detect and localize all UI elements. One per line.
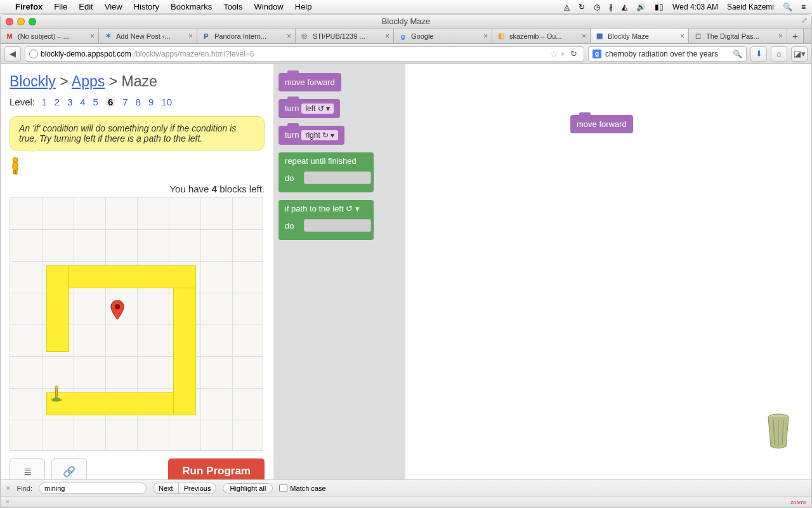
find-prev-button[interactable]: Previous (179, 483, 217, 494)
svg-rect-3 (16, 170, 18, 174)
run-program-button[interactable]: Run Program (168, 458, 265, 479)
pegman-start-icon (51, 385, 62, 404)
level-9[interactable]: 9 (148, 97, 154, 107)
menubar-app[interactable]: Firefox (15, 2, 43, 11)
battery-icon[interactable]: ▮▯ (655, 3, 664, 11)
menubar-help[interactable]: Help (295, 2, 312, 11)
hint-bubble: An 'if' condition will do something only… (10, 116, 265, 150)
statusbar-close-icon[interactable]: × (6, 498, 10, 505)
ifpath-dropdown[interactable]: to the left ↺ ▾ (310, 204, 360, 213)
volume-icon[interactable]: 🔊 (636, 3, 646, 11)
tab-close-icon[interactable]: × (680, 32, 684, 41)
bookmark-star-icon[interactable]: ☆ (550, 49, 558, 59)
clock-icon[interactable]: ◷ (594, 3, 600, 11)
level-6[interactable]: 6 (106, 97, 115, 107)
tab-0[interactable]: M(No subject) – ...× (1, 29, 99, 43)
find-input[interactable] (39, 483, 147, 494)
search-icon[interactable]: 🔍 (733, 50, 742, 58)
tab-6[interactable]: ▦Blockly Maze× (591, 29, 689, 43)
gdrive-icon[interactable]: ◬ (564, 3, 570, 11)
trash-icon[interactable] (763, 413, 794, 449)
tab-close-icon[interactable]: × (385, 32, 390, 41)
menubar-edit[interactable]: Edit (79, 2, 93, 11)
level-4[interactable]: 4 (80, 97, 85, 107)
window-titlebar: Blockly Maze ⤢ (1, 15, 811, 29)
tab-close-icon[interactable]: × (90, 32, 95, 41)
downloads-button[interactable]: ⬇ (750, 46, 767, 62)
find-nav-buttons: NextPrevious (153, 483, 216, 494)
url-field[interactable]: blockly-demo.appspot.com/blockly/apps/ma… (25, 46, 584, 62)
menubar-bookmarks[interactable]: Bookmarks (171, 2, 212, 11)
tab-5[interactable]: ◧skazemib – Ou...× (492, 29, 591, 43)
new-tab-button[interactable]: + (787, 29, 804, 43)
back-button[interactable]: ◀ (4, 46, 21, 62)
zotero-label[interactable]: zotero (790, 498, 806, 505)
spotlight-icon[interactable]: 🔍 (783, 3, 792, 11)
tab-close-icon[interactable]: × (188, 32, 193, 41)
tab-label: The Digital Pas... (706, 32, 775, 40)
url-toolbar: ◀ blockly-demo.appspot.com/blockly/apps/… (1, 44, 811, 64)
tab-4[interactable]: gGoogle× (394, 29, 492, 43)
expand-icon[interactable]: ⤢ (801, 16, 808, 25)
bluetooth-icon[interactable]: ∦ (609, 3, 613, 11)
tab-3[interactable]: ◎STI/PUB/1239 ...× (296, 29, 394, 43)
findbar-close-icon[interactable]: × (6, 483, 11, 493)
breadcrumb-blockly[interactable]: Blockly (10, 73, 56, 90)
menubar-file[interactable]: File (54, 2, 67, 11)
tab-close-icon[interactable]: × (582, 32, 586, 41)
favicon-icon: ▦ (594, 31, 605, 41)
menubar-history[interactable]: History (134, 2, 159, 11)
block-turn-left[interactable]: turnleft ↺ ▾ (278, 99, 340, 118)
block-repeat-until[interactable]: repeat until finished do (278, 152, 374, 192)
level-10[interactable]: 10 (161, 97, 172, 107)
menubar-view[interactable]: View (105, 2, 122, 11)
tab-7[interactable]: ◻The Digital Pas...× (689, 29, 787, 43)
find-next-button[interactable]: Next (153, 483, 179, 494)
block-move-forward[interactable]: move forward (278, 73, 341, 91)
browser-window: Blockly Maze ⤢ M(No subject) – ...×✶Add … (0, 14, 812, 508)
menubar-clock[interactable]: Wed 4:03 AM (672, 3, 718, 11)
workspace-block-move-forward[interactable]: move forward (570, 115, 633, 133)
link-button[interactable]: 🔗 (51, 458, 87, 479)
reload-icon[interactable]: ↻ (567, 48, 580, 60)
turn-left-dropdown[interactable]: left ↺ ▾ (301, 104, 333, 114)
level-5[interactable]: 5 (93, 97, 98, 107)
menubar-tools[interactable]: Tools (223, 2, 242, 11)
level-3[interactable]: 3 (67, 97, 72, 107)
svg-point-7 (55, 386, 58, 389)
level-8[interactable]: 8 (136, 97, 141, 107)
tab-close-icon[interactable]: × (778, 32, 783, 41)
match-case-checkbox[interactable]: Match case (279, 484, 325, 492)
search-field[interactable]: g chernoby radiation over the years 🔍 (588, 46, 747, 62)
favicon-icon: ◻ (693, 31, 703, 41)
code-view-button[interactable]: ≣ (10, 458, 45, 479)
block-toolbox: move forward turnleft ↺ ▾ turnright ↻ ▾ … (273, 64, 405, 479)
level-7[interactable]: 7 (122, 97, 128, 107)
tab-1[interactable]: ✶Add New Post ‹...× (99, 29, 197, 43)
menubar-user[interactable]: Saeid Kazemi (727, 3, 774, 11)
notifications-icon[interactable]: ≡ (801, 3, 806, 11)
home-button[interactable]: ⌂ (771, 46, 787, 62)
highlight-all-button[interactable]: Highlight all (223, 483, 273, 493)
sync-icon[interactable]: ↻ (579, 3, 585, 11)
breadcrumb-apps[interactable]: Apps (72, 73, 105, 90)
block-turn-right[interactable]: turnright ↻ ▾ (278, 126, 344, 145)
toolbar-extra-button[interactable]: ◪▾ (791, 46, 808, 62)
turn-right-dropdown[interactable]: right ↻ ▾ (301, 130, 338, 140)
block-workspace[interactable]: move forward (405, 64, 811, 479)
status-bar: × zotero (1, 496, 811, 507)
maze-button-row: ≣ 🔗 Run Program (10, 458, 265, 479)
block-if-path[interactable]: if path to the left ↺ ▾ do (278, 200, 374, 240)
tab-2[interactable]: PPandora Intern...× (197, 29, 296, 43)
mac-menubar: Firefox File Edit View History Bookmarks… (0, 0, 812, 14)
menubar-window[interactable]: Window (254, 2, 284, 11)
repeat-slot[interactable] (304, 171, 371, 184)
level-1[interactable]: 1 (41, 97, 46, 107)
wifi-icon[interactable]: ◭ (622, 3, 627, 11)
pegman-icon (10, 157, 21, 175)
url-path: /blockly/apps/maze/en.html?level=6 (134, 50, 254, 58)
tab-close-icon[interactable]: × (287, 32, 291, 41)
level-2[interactable]: 2 (55, 97, 60, 107)
ifpath-slot[interactable] (304, 219, 371, 232)
tab-close-icon[interactable]: × (483, 32, 488, 41)
